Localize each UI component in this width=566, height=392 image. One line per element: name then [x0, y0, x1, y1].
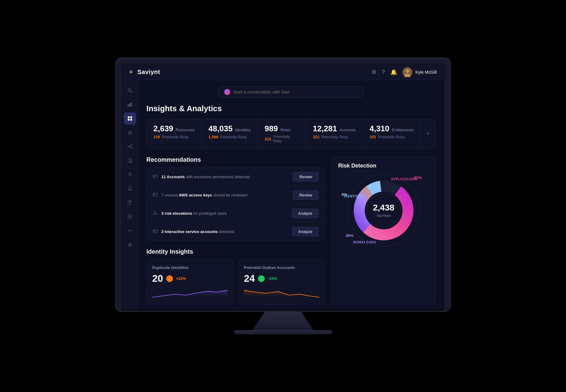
rec-icon-4 — [153, 229, 158, 235]
insight-card-orphan[interactable]: Potential Orphan Accounts 24 ↑ -15% — [238, 260, 325, 305]
help-icon[interactable]: ? — [382, 69, 385, 75]
rec-left-3: 3 risk elevations for privileged users — [153, 210, 227, 217]
risk-text-roles: Potentially Risky — [273, 135, 299, 143]
settings-icon[interactable]: ⚙ — [371, 69, 376, 76]
notification-icon[interactable]: 🔔 — [390, 69, 397, 76]
sidebar-item-identity[interactable] — [124, 168, 136, 181]
rec-item-2: 7 unused AWS access keys should be revie… — [147, 186, 325, 204]
svg-point-13 — [128, 146, 129, 147]
identity-insights: Identity Insights Duplicate Identities 2… — [146, 248, 325, 305]
sidebar-item-bulb[interactable] — [124, 182, 136, 195]
svg-line-17 — [129, 147, 131, 148]
hamburger-icon[interactable]: ≡ — [129, 69, 133, 75]
rec-review-btn-2[interactable]: Review — [293, 190, 319, 200]
insight-badge-down: ↑ — [258, 275, 265, 282]
risk-count-resources: 159 — [153, 135, 160, 139]
rec-left-2: 7 unused AWS access keys should be revie… — [153, 192, 247, 198]
rec-icon-3 — [153, 210, 158, 217]
rec-review-btn-1[interactable]: Review — [293, 172, 319, 182]
rec-analyze-btn-4[interactable]: Analyze — [292, 227, 319, 236]
stat-label-entitlements: Entitlements — [392, 128, 414, 132]
donut-center: 2,438 Top Risks — [373, 203, 394, 218]
rec-text-4: 2 Interactive service accounts detected — [161, 229, 234, 234]
stats-row: 2,639 Resources 159 Potentially Risky — [146, 119, 435, 148]
svg-rect-10 — [128, 119, 130, 121]
content-area: Insights & Analytics 2,639 Resources 159 — [138, 80, 444, 311]
identity-insights-title: Identity Insights — [146, 248, 325, 255]
stat-card-resources[interactable]: 2,639 Resources 159 Potentially Risky — [147, 119, 202, 148]
stat-card-entitlements[interactable]: 4,310 Entitlements 101 Potentially Risky — [363, 119, 421, 148]
risk-text-identities: Potentially Risky — [220, 135, 247, 139]
pct-workloads: 40% — [346, 233, 353, 238]
add-stat-button[interactable]: + — [421, 119, 435, 148]
rec-analyze-btn-3[interactable]: Analyze — [292, 209, 319, 218]
monitor-stand — [253, 312, 313, 330]
recommendations-panel: Recommendations 11 Accounts wit — [146, 156, 325, 305]
rec-icon-1 — [153, 174, 158, 180]
svg-rect-11 — [130, 119, 132, 121]
svg-line-4 — [131, 91, 132, 93]
sidebar-item-search[interactable] — [124, 84, 136, 97]
stat-number-resources: 2,639 — [153, 124, 173, 133]
risk-detection-panel: Risk Detection — [332, 156, 435, 305]
insight-change-orphan: -15% — [268, 276, 277, 281]
topbar: ≡ Saviynt ⚙ ? 🔔 — [122, 64, 444, 80]
stat-card-identities[interactable]: 48,035 Identities 1,588 Potentially Risk… — [202, 119, 258, 148]
rec-left-1: 11 Accounts with excessive permissions d… — [153, 174, 250, 180]
stat-card-accounts[interactable]: 12,281 Accounts 322 Potentially Risky — [306, 119, 363, 148]
page-title: Insights & Analytics — [146, 104, 435, 113]
svg-line-23 — [130, 201, 132, 203]
svg-rect-8 — [128, 116, 130, 118]
savi-orb — [224, 89, 230, 95]
sidebar-item-connections[interactable] — [124, 140, 136, 153]
main-layout: Insights & Analytics 2,639 Resources 159 — [122, 80, 444, 311]
svg-rect-5 — [128, 104, 129, 107]
rec-item-1: 11 Accounts with excessive permissions d… — [147, 168, 325, 186]
sidebar-item-analytics[interactable] — [124, 98, 136, 111]
user-name: Kyle McGill — [415, 70, 437, 75]
sidebar-item-dashboard[interactable] — [124, 112, 136, 125]
label-workloads: WORKLOADS — [353, 241, 376, 244]
insight-number-duplicates: 20 ↑ +22% — [152, 273, 227, 284]
sidebar-item-files[interactable] — [124, 196, 136, 209]
label-applications: APPLICATIONS — [391, 178, 417, 181]
insight-badge-up: ↑ — [166, 275, 173, 282]
savi-input-wrap[interactable] — [218, 86, 364, 98]
rec-left-4: 2 Interactive service accounts detected — [153, 229, 234, 235]
mini-chart-duplicates — [152, 287, 227, 299]
svg-rect-6 — [129, 103, 130, 107]
sidebar-item-copy[interactable] — [124, 154, 136, 167]
rec-text-1: 11 Accounts with excessive permissions d… — [161, 175, 250, 179]
insight-number-orphan: 24 ↑ -15% — [244, 273, 319, 284]
stat-card-roles[interactable]: 989 Roles 322 Potentially Risky — [258, 119, 306, 148]
risk-text-entitlements: Potentially Risky — [378, 135, 405, 139]
svg-rect-26 — [153, 175, 157, 178]
svg-rect-19 — [128, 158, 131, 162]
stat-label-resources: Resources — [176, 128, 195, 132]
sidebar-item-metrics[interactable] — [124, 224, 136, 237]
sidebar-item-admin[interactable] — [124, 238, 136, 251]
insight-label-duplicates: Duplicate Identities — [152, 265, 227, 270]
donut-chart: APPLICATIONS 52% IDENTITIES 8% WORKLOADS… — [347, 174, 420, 247]
insight-change-duplicates: +22% — [176, 276, 186, 281]
avatar — [403, 67, 412, 77]
sidebar-item-favorites[interactable] — [124, 126, 136, 139]
donut-sub-label: Top Risks — [376, 214, 391, 217]
insight-card-duplicates[interactable]: Duplicate Identities 20 ↑ +22% — [146, 260, 233, 305]
savi-search-input[interactable] — [233, 90, 358, 94]
stat-label-identities: Identities — [235, 128, 251, 132]
mini-chart-orphan — [244, 287, 319, 299]
stat-number-entitlements: 4,310 — [370, 124, 389, 133]
rec-text-2: 7 unused AWS access keys should be revie… — [161, 193, 247, 197]
topbar-right: ⚙ ? 🔔 Kyle McGill — [371, 67, 437, 77]
risk-count-identities: 1,588 — [208, 135, 218, 139]
lower-section: Recommendations 11 Accounts wit — [146, 156, 435, 305]
user-area[interactable]: Kyle McGill — [403, 67, 437, 77]
svg-rect-34 — [153, 230, 157, 233]
stat-number-identities: 48,035 — [208, 124, 233, 133]
topbar-left: ≡ Saviynt — [129, 69, 160, 76]
svg-marker-25 — [128, 243, 132, 246]
svg-point-1 — [406, 69, 409, 73]
risk-detection-title: Risk Detection — [338, 163, 429, 169]
sidebar-item-tasks[interactable] — [124, 210, 136, 223]
